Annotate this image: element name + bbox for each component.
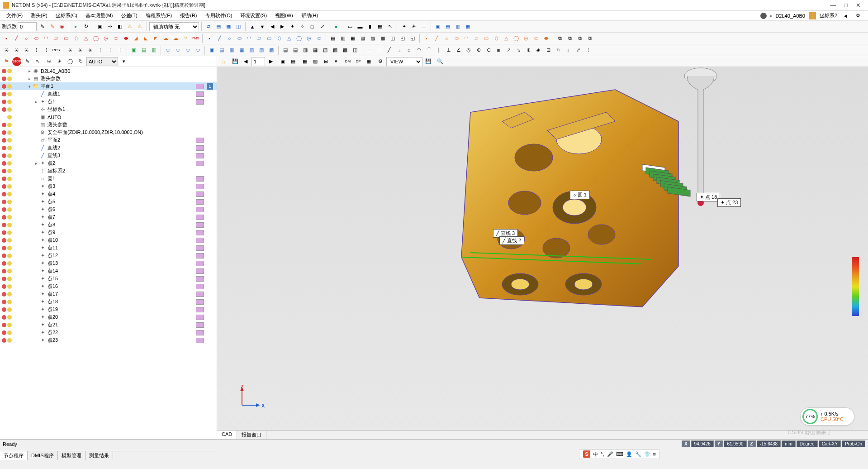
menu-item-10[interactable]: 帮助(H) <box>298 11 322 20</box>
tree-row-2[interactable]: ▾📁平面11 <box>0 82 217 90</box>
blue-g-icon[interactable]: ▩ <box>267 46 276 55</box>
tree-row-25[interactable]: ✦点13 <box>0 259 217 267</box>
o-cyl-icon[interactable]: ⬯ <box>492 34 501 43</box>
tree-row-6[interactable]: ▣AUTO <box>0 113 217 121</box>
menu-item-9[interactable]: 视图(W) <box>271 11 297 20</box>
o-plane-icon[interactable]: ▱ <box>472 34 481 43</box>
nav-up-icon[interactable]: ▲ <box>248 22 257 31</box>
label-line2[interactable]: ╱直线 2 <box>499 236 524 245</box>
tree-refresh-icon[interactable]: ↻ <box>76 57 85 66</box>
sphere-icon[interactable]: ● <box>332 22 341 31</box>
tol-l-icon[interactable]: ⊕ <box>474 46 483 55</box>
point-icon[interactable]: ✦ <box>399 22 408 31</box>
blue-c-icon[interactable]: ▥ <box>227 46 236 55</box>
b-cone-icon[interactable]: △ <box>285 34 294 43</box>
tree-row-8[interactable]: ⚙安全平面(ZDIR,10.0000,ZDIR,10.0000,ON) <box>0 129 217 136</box>
sphere2-icon[interactable]: ◯ <box>91 34 100 43</box>
view-zoom-icon[interactable]: 🔍 <box>436 57 445 66</box>
blue-f-icon[interactable]: ▨ <box>257 46 266 55</box>
b-rect-icon[interactable]: ▭ <box>265 34 274 43</box>
measure-count-input[interactable] <box>18 22 37 31</box>
blue-d-icon[interactable]: ▦ <box>237 46 246 55</box>
tol-c-icon[interactable]: ╱ <box>384 46 394 55</box>
expand-icon[interactable]: ▸ <box>33 100 39 104</box>
tol-v-icon[interactable]: ⤢ <box>574 46 583 55</box>
cs-c-icon[interactable]: ⚹ <box>22 46 31 55</box>
plane-icon[interactable]: ▱ <box>52 34 61 43</box>
tree-drop-icon[interactable]: ▾ <box>119 57 128 66</box>
cyl-icon[interactable]: ⬯ <box>71 34 81 43</box>
warn-icon[interactable]: ⚠ <box>125 22 134 31</box>
o-slot2-icon[interactable]: ⬬ <box>541 34 550 43</box>
green-c-icon[interactable]: ▥ <box>149 46 158 55</box>
blue-e-icon[interactable]: ▧ <box>247 46 256 55</box>
tab-cad[interactable]: CAD <box>217 431 237 439</box>
active-coord-label[interactable]: 坐标系2 <box>820 12 837 19</box>
cad-viewport[interactable]: ⌂ 💾 ◀ ▶ ▣ ▤ ▦ ▧ ⊞ ▾ DM DP ▦ ⚙ VIEW 💾 🔍 <box>217 56 868 439</box>
aux-function-select[interactable]: 辅助功能 无 <box>149 22 199 31</box>
cs-l-icon[interactable]: ⊹ <box>115 46 124 55</box>
tol-s-icon[interactable]: ⊡ <box>544 46 553 55</box>
cs-h-icon[interactable]: ⚹ <box>76 46 85 55</box>
tree-row-1[interactable]: ▸▤测头参数 <box>0 75 217 82</box>
o-dot-icon[interactable]: • <box>422 34 431 43</box>
expand-icon[interactable]: ▸ <box>33 161 39 166</box>
nav-left-icon[interactable]: ◀ <box>268 22 277 31</box>
menu-item-3[interactable]: 基本测量(M) <box>82 11 117 20</box>
view-page-input[interactable] <box>251 57 265 66</box>
tree-row-15[interactable]: ✦点3 <box>0 182 217 190</box>
tol-g-icon[interactable]: ⌒ <box>424 46 433 55</box>
view-drop-icon[interactable]: ▾ <box>332 57 341 66</box>
tree-row-17[interactable]: ✦点5 <box>0 198 217 206</box>
view-prev-icon[interactable]: ◀ <box>241 57 250 66</box>
minimize-button[interactable]: — <box>830 2 836 9</box>
b-arc-icon[interactable]: ◠ <box>245 34 254 43</box>
blue-btn2-icon[interactable]: ▤ <box>443 22 452 31</box>
tol-p-icon[interactable]: ↘ <box>514 46 523 55</box>
b-circle-icon[interactable]: ○ <box>225 34 234 43</box>
cs-a-icon[interactable]: ⚹ <box>2 46 11 55</box>
view-a-icon[interactable]: ▣ <box>278 57 287 66</box>
rpt-b-icon[interactable]: ▤ <box>291 46 300 55</box>
cs-i-icon[interactable]: ⚹ <box>85 46 95 55</box>
rpt-g-icon[interactable]: ▩ <box>341 46 350 55</box>
tree-row-26[interactable]: ✦点14 <box>0 267 217 275</box>
dot-icon[interactable]: • <box>2 34 11 43</box>
bld-e-icon[interactable]: ▨ <box>368 34 377 43</box>
o-sphere-icon[interactable]: ◯ <box>512 34 521 43</box>
tol-m-icon[interactable]: ⊖ <box>484 46 493 55</box>
tree-row-22[interactable]: ✦点10 <box>0 236 217 244</box>
tree-row-16[interactable]: ✦点4 <box>0 190 217 198</box>
tol-b-icon[interactable]: ═ <box>375 46 384 55</box>
expand-icon[interactable]: ▸ <box>26 69 33 73</box>
b-dot-icon[interactable]: • <box>205 34 214 43</box>
tol-n-icon[interactable]: ≡ <box>494 46 503 55</box>
blue-b-icon[interactable]: ▤ <box>217 46 226 55</box>
blue-btn4-icon[interactable]: ▦ <box>463 22 472 31</box>
rect-b-icon[interactable]: ▬ <box>356 22 365 31</box>
tree-row-29[interactable]: ✦点17 <box>0 290 217 298</box>
cyl-d-icon[interactable]: ⬭ <box>193 46 202 55</box>
ellipse-icon[interactable]: ⬭ <box>32 34 41 43</box>
tree-row-24[interactable]: ✦点12 <box>0 252 217 259</box>
maximize-button[interactable]: □ <box>844 2 848 9</box>
fan-icon[interactable]: ◢ <box>131 34 140 43</box>
tree-row-18[interactable]: ✦点6 <box>0 206 217 213</box>
target-icon[interactable]: ◉ <box>57 22 66 31</box>
tab-report-window[interactable]: 报告窗口 <box>237 431 266 439</box>
view-c-icon[interactable]: ▦ <box>300 57 309 66</box>
nav-down-icon[interactable]: ▼ <box>258 22 267 31</box>
tol-i-icon[interactable]: ⊥ <box>444 46 453 55</box>
tol-k-icon[interactable]: ◎ <box>464 46 473 55</box>
tree-pen-icon[interactable]: ✎ <box>23 57 32 66</box>
expand-icon[interactable]: ▸ <box>26 77 33 81</box>
cone-icon[interactable]: △ <box>81 34 90 43</box>
ime-menu-icon[interactable]: ≡ <box>653 451 656 457</box>
torus-icon[interactable]: ◎ <box>101 34 110 43</box>
active-probe-label[interactable]: D2L40_A0B0 <box>775 13 805 19</box>
green-a-icon[interactable]: ▣ <box>129 46 138 55</box>
program-tree[interactable]: ▸◉D2L40_A0B0▸▤测头参数▾📁平面11╱直线1▸✦点1⊹坐标系1▣AU… <box>0 67 217 439</box>
menu-item-5[interactable]: 编程系统(E) <box>142 11 176 20</box>
flag-icon[interactable]: ⚑ <box>2 57 11 66</box>
view-gear-icon[interactable]: ⚙ <box>376 57 385 66</box>
